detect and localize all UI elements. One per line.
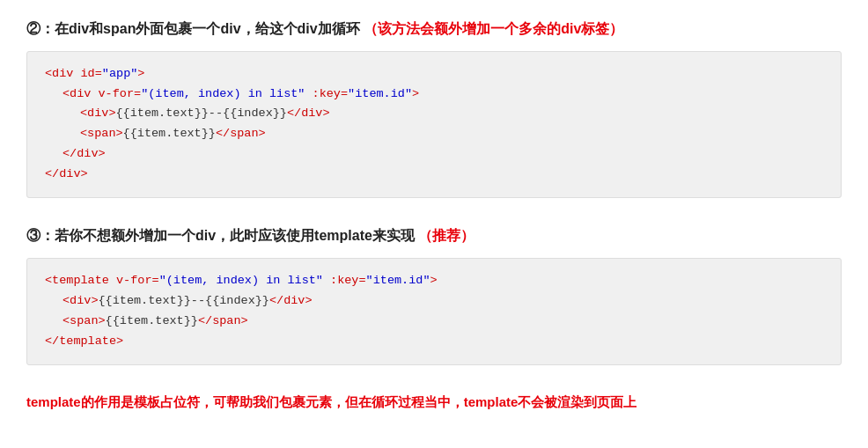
section-3-title-prefix: ③：若你不想额外增加一个div，此时应该使用template来实现 — [26, 228, 415, 243]
tag: <span> — [63, 314, 106, 327]
tag: <span> — [80, 127, 123, 140]
code-line: <div v-for="(item, index) in list" :key=… — [63, 84, 823, 105]
code-text: {{item.text}}--{{index}} — [99, 294, 269, 307]
tag: </template> — [45, 334, 123, 348]
tag: </div> — [63, 147, 106, 160]
code-line: <template v-for="(item, index) in list" … — [45, 271, 823, 291]
section-3: ③：若你不想额外增加一个div，此时应该使用template来实现 （推荐） <… — [26, 224, 842, 364]
code-line: <div>{{item.text}}--{{index}}</div> — [80, 104, 823, 124]
code-text: {{item.text}}--{{index}} — [116, 106, 287, 120]
attr: v-for="(item, index) in list" :key="item… — [116, 274, 430, 287]
section-2-title-prefix: ②：在div和span外面包裹一个div，给这个div加循环 — [26, 21, 360, 36]
tag: > — [412, 87, 419, 100]
code-line: <span>{{item.text}}</span> — [63, 312, 823, 332]
code-text: {{item.text}} — [106, 314, 198, 327]
section-2: ②：在div和span外面包裹一个div，给这个div加循环 （该方法会额外增加… — [26, 18, 842, 198]
code-line: <span>{{item.text}}</span> — [80, 124, 823, 144]
attr: v-for="(item, index) in list" :key="item… — [99, 87, 412, 100]
tag: <template — [45, 274, 116, 287]
tag: <div — [45, 67, 81, 80]
section-3-code: <template v-for="(item, index) in list" … — [26, 258, 842, 365]
code-line: </div> — [45, 165, 823, 185]
section-2-title: ②：在div和span外面包裹一个div，给这个div加循环 （该方法会额外增加… — [26, 18, 842, 40]
tag: </span> — [198, 314, 248, 327]
tag: <div> — [80, 106, 116, 120]
bottom-note: template的作用是模板占位符，可帮助我们包裹元素，但在循环过程当中，tem… — [26, 392, 842, 413]
code-line: <div id="app"> — [45, 64, 823, 84]
tag: </div> — [269, 294, 313, 307]
code-text: {{item.text}} — [123, 127, 216, 140]
code-line: <div>{{item.text}}--{{index}}</div> — [63, 291, 823, 312]
section-3-title: ③：若你不想额外增加一个div，此时应该使用template来实现 （推荐） — [26, 224, 842, 247]
tag: </div> — [287, 106, 330, 120]
section-3-title-highlight: （推荐） — [418, 228, 474, 243]
tag: > — [137, 67, 144, 80]
code-line: </div> — [63, 144, 823, 165]
tag: <div> — [63, 294, 99, 307]
section-2-title-highlight: （该方法会额外增加一个多余的div标签） — [364, 21, 623, 36]
tag: <div — [63, 87, 99, 100]
code-line: </template> — [45, 332, 823, 352]
tag: </span> — [216, 127, 266, 140]
tag: </div> — [45, 167, 88, 180]
section-2-code: <div id="app"> <div v-for="(item, index)… — [26, 51, 842, 199]
tag: > — [430, 274, 438, 287]
attr: id="app" — [81, 67, 138, 80]
